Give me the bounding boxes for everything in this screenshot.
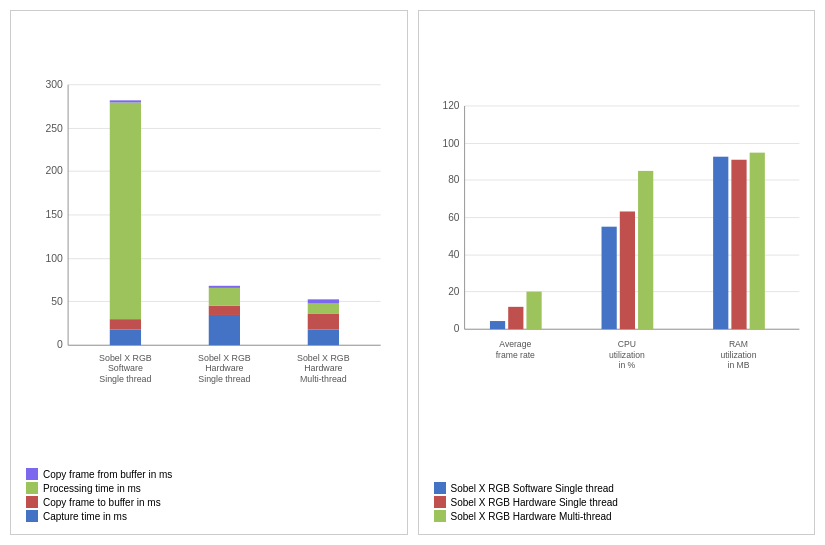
right-chart-svg: 0 20 40 60 80 100 120 Average frame r [424, 21, 810, 475]
svg-text:utilization: utilization [720, 350, 756, 360]
bar-r1-c1-hwsingle [508, 307, 523, 329]
svg-text:Sobel X RGB: Sobel X RGB [198, 353, 251, 363]
legend-label-processing: Processing time in ms [43, 483, 141, 494]
legend-label-software: Sobel X RGB Software Single thread [451, 483, 614, 494]
legend-swatch-software [434, 482, 446, 494]
legend-swatch-hw-single [434, 496, 446, 508]
svg-text:0: 0 [57, 339, 63, 350]
svg-text:in %: in % [618, 360, 635, 370]
svg-text:utilization: utilization [608, 350, 644, 360]
svg-text:Sobel X RGB: Sobel X RGB [297, 353, 350, 363]
svg-text:Average: Average [499, 339, 531, 349]
svg-text:CPU: CPU [617, 339, 635, 349]
svg-text:20: 20 [448, 286, 460, 297]
bar-r1-c2-hwsingle [619, 211, 634, 329]
svg-text:in MB: in MB [727, 360, 749, 370]
svg-text:50: 50 [51, 296, 63, 307]
svg-text:Single thread: Single thread [198, 374, 250, 384]
svg-text:100: 100 [442, 138, 459, 149]
legend-item-software: Sobel X RGB Software Single thread [434, 482, 800, 494]
legend-label-copy-from: Copy frame from buffer in ms [43, 469, 172, 480]
bar-g1-processing [110, 102, 141, 319]
svg-text:200: 200 [46, 165, 64, 176]
legend-label-hw-single: Sobel X RGB Hardware Single thread [451, 497, 618, 508]
legend-swatch-processing [26, 482, 38, 494]
bar-g3-processing [308, 304, 339, 314]
svg-text:Sobel X RGB: Sobel X RGB [99, 353, 152, 363]
legend-item-capture: Capture time in ms [26, 510, 392, 522]
main-container: 0 50 100 150 200 250 300 [0, 0, 825, 545]
legend-item-copy-to: Copy frame to buffer in ms [26, 496, 392, 508]
bar-r1-c2-hwmulti [638, 171, 653, 329]
legend-item-copy-from: Copy frame from buffer in ms [26, 468, 392, 480]
left-chart-panel: 0 50 100 150 200 250 300 [10, 10, 408, 535]
legend-label-hw-multi: Sobel X RGB Hardware Multi-thread [451, 511, 612, 522]
right-chart-panel: 0 20 40 60 80 100 120 Average frame r [418, 10, 816, 535]
bar-r1-c3-hwmulti [749, 153, 764, 330]
legend-swatch-hw-multi [434, 510, 446, 522]
legend-label-copy-to: Copy frame to buffer in ms [43, 497, 161, 508]
svg-text:Software: Software [108, 363, 143, 373]
bar-g2-capture [209, 315, 240, 345]
svg-text:250: 250 [46, 123, 64, 134]
svg-text:80: 80 [448, 174, 460, 185]
left-chart-legend: Copy frame from buffer in ms Processing … [16, 461, 402, 529]
legend-item-hw-single: Sobel X RGB Hardware Single thread [434, 496, 800, 508]
bar-g3-copy-to [308, 314, 339, 330]
bar-g1-copy-from [110, 100, 141, 102]
svg-text:40: 40 [448, 249, 460, 260]
bar-g1-copy-to [110, 319, 141, 329]
bar-g3-copy-from [308, 299, 339, 303]
bar-r1-c3-hwsingle [731, 160, 746, 329]
bar-g2-copy-to [209, 306, 240, 315]
legend-label-capture: Capture time in ms [43, 511, 127, 522]
svg-text:60: 60 [448, 212, 460, 223]
legend-swatch-capture [26, 510, 38, 522]
svg-text:0: 0 [453, 323, 459, 334]
svg-text:Hardware: Hardware [304, 363, 342, 373]
left-chart-area: 0 50 100 150 200 250 300 [16, 21, 402, 461]
right-chart-legend: Sobel X RGB Software Single thread Sobel… [424, 475, 810, 529]
bar-g2-processing [209, 288, 240, 306]
legend-swatch-copy-from [26, 468, 38, 480]
bar-g1-capture [110, 330, 141, 346]
legend-item-hw-multi: Sobel X RGB Hardware Multi-thread [434, 510, 800, 522]
bar-r1-c3-software [713, 157, 728, 329]
svg-text:300: 300 [46, 79, 64, 90]
bar-r1-c1-hwmulti [526, 292, 541, 330]
bar-g3-capture [308, 330, 339, 346]
bar-g2-copy-from [209, 286, 240, 288]
svg-text:150: 150 [46, 209, 64, 220]
svg-text:Multi-thread: Multi-thread [300, 374, 347, 384]
svg-text:Hardware: Hardware [205, 363, 243, 373]
svg-text:RAM: RAM [728, 339, 747, 349]
legend-item-processing: Processing time in ms [26, 482, 392, 494]
svg-text:Single thread: Single thread [99, 374, 151, 384]
svg-text:frame rate: frame rate [495, 350, 534, 360]
svg-text:100: 100 [46, 253, 64, 264]
svg-text:120: 120 [442, 100, 459, 111]
bar-r1-c1-software [489, 321, 504, 329]
bar-r1-c2-software [601, 227, 616, 329]
left-chart-svg: 0 50 100 150 200 250 300 [16, 21, 402, 461]
right-chart-area: 0 20 40 60 80 100 120 Average frame r [424, 21, 810, 475]
legend-swatch-copy-to [26, 496, 38, 508]
